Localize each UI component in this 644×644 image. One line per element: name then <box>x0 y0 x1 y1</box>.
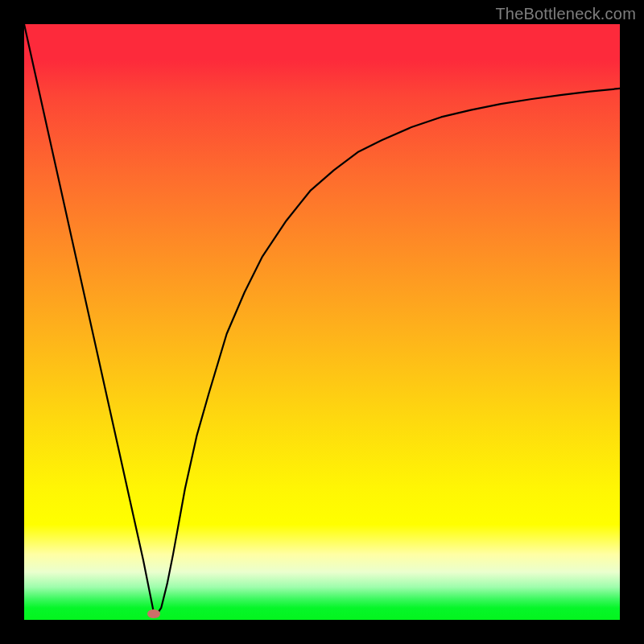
bottleneck-curve <box>24 24 620 620</box>
plot-area <box>24 24 620 620</box>
chart-frame: TheBottleneck.com <box>0 0 644 644</box>
watermark-text: TheBottleneck.com <box>495 5 636 23</box>
minimum-marker <box>147 609 160 618</box>
